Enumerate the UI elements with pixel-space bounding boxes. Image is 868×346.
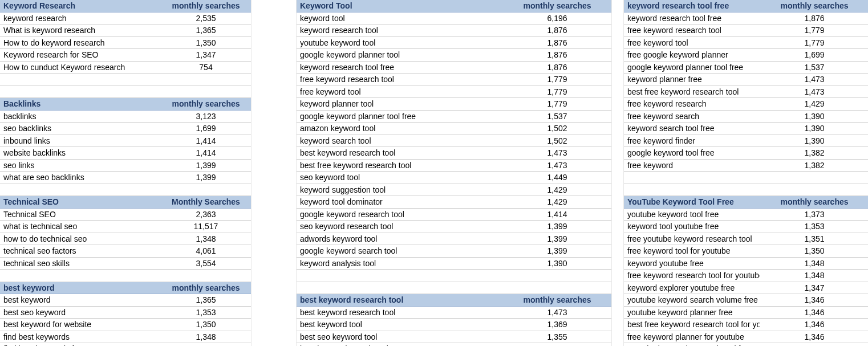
table-row[interactable]: seo links1,399 — [0, 159, 251, 172]
keyword-cell[interactable]: How to cunduct Keyword research — [0, 61, 160, 74]
keyword-cell[interactable]: technical seo factors — [0, 245, 160, 258]
table-row[interactable]: keyword tool youtube free1,353 — [624, 221, 868, 233]
keyword-cell[interactable]: youtube keyword research tool free — [624, 343, 760, 347]
table-row[interactable]: best free keyword research tool for yout… — [624, 319, 868, 331]
table-row[interactable]: youtube keyword tool1,876 — [297, 36, 611, 49]
keyword-cell[interactable]: keyword analysis tool — [297, 257, 502, 270]
table-row[interactable]: google keyword planner tool free1,537 — [624, 61, 868, 74]
searches-cell[interactable]: 1,473 — [760, 74, 868, 86]
searches-cell[interactable]: 1,399 — [160, 172, 251, 184]
searches-cell[interactable]: 1,779 — [502, 98, 611, 111]
keyword-cell[interactable]: free keyword tool for youtube — [624, 245, 760, 258]
searches-cell[interactable]: 1,365 — [160, 25, 251, 37]
searches-cell[interactable]: 1,369 — [502, 319, 611, 331]
keyword-cell[interactable]: google keyword research tool — [297, 208, 502, 221]
keyword-cell[interactable]: best free keyword research tool for yout… — [624, 319, 760, 331]
searches-cell[interactable]: 1,473 — [760, 86, 868, 98]
keyword-cell[interactable]: keyword tool dominator — [297, 196, 502, 209]
searches-cell[interactable]: 1,429 — [760, 98, 868, 111]
searches-cell[interactable]: 1,699 — [160, 123, 251, 135]
searches-cell[interactable]: 1,346 — [760, 294, 868, 307]
table-row[interactable]: keyword research2,535 — [0, 12, 251, 25]
searches-cell[interactable]: 1,390 — [502, 257, 611, 270]
searches-cell[interactable]: 1,399 — [502, 221, 611, 233]
keyword-cell[interactable]: technical seo skills — [0, 257, 160, 270]
keyword-cell[interactable]: keyword research tool free — [297, 61, 502, 74]
searches-cell[interactable]: 1,414 — [160, 147, 251, 160]
keyword-cell[interactable]: what is technical seo — [0, 221, 160, 233]
keyword-cell[interactable]: seo links — [0, 159, 160, 172]
table-row[interactable]: keyword explorer youtube free1,347 — [624, 282, 868, 294]
searches-cell[interactable]: 1,473 — [502, 159, 611, 172]
table-row[interactable]: free keyword tool1,779 — [297, 86, 611, 98]
table-row[interactable]: youtube keyword search volume free1,346 — [624, 294, 868, 307]
keyword-cell[interactable]: best seo keyword — [0, 306, 160, 319]
table-row[interactable]: find best keywords1,348 — [0, 331, 251, 343]
table-row[interactable]: keyword planner free1,473 — [624, 74, 868, 86]
table-row[interactable]: how to do technical seo1,348 — [0, 233, 251, 245]
table-row[interactable]: google keyword search tool1,399 — [297, 245, 611, 258]
table-row[interactable]: best keyword tool1,369 — [297, 319, 611, 331]
keyword-cell[interactable]: How to do keyword research — [0, 36, 160, 49]
searches-cell[interactable]: 1,429 — [502, 184, 611, 196]
table-row[interactable]: technical seo skills3,554 — [0, 257, 251, 270]
table-row[interactable]: youtube keyword research tool free1,345 — [624, 343, 868, 347]
keyword-cell[interactable]: seo keyword research tool — [297, 221, 502, 233]
searches-cell[interactable]: 1,390 — [760, 110, 868, 123]
searches-cell[interactable]: 1,353 — [502, 343, 611, 347]
searches-cell[interactable]: 3,554 — [160, 257, 251, 270]
keyword-cell[interactable]: youtube keyword tool — [297, 36, 502, 49]
keyword-cell[interactable]: free keyword research — [624, 98, 760, 111]
table-row[interactable]: free keyword1,382 — [624, 159, 868, 172]
searches-cell[interactable]: 1,382 — [760, 159, 868, 172]
searches-cell[interactable]: 1,502 — [502, 135, 611, 147]
table-row[interactable]: best keyword for website1,350 — [0, 319, 251, 331]
keyword-cell[interactable]: youtube keyword search volume free — [624, 294, 760, 307]
keyword-cell[interactable]: keyword search tool free — [624, 123, 760, 135]
keyword-cell[interactable]: keyword tool — [297, 12, 502, 25]
keyword-cell[interactable]: free google keyword planner — [624, 49, 760, 62]
keyword-cell[interactable]: free keyword tool — [297, 86, 502, 98]
searches-cell[interactable]: 1,473 — [502, 147, 611, 160]
keyword-cell[interactable]: keyword planner free — [624, 74, 760, 86]
searches-cell[interactable]: 1,390 — [760, 135, 868, 147]
searches-cell[interactable]: 1,502 — [502, 123, 611, 135]
searches-cell[interactable]: 1,399 — [502, 233, 611, 245]
searches-cell[interactable]: 1,537 — [760, 61, 868, 74]
table-row[interactable]: find best keywords for seo1,347 — [0, 343, 251, 347]
searches-cell[interactable]: 1,355 — [502, 331, 611, 343]
searches-cell[interactable]: 1,346 — [760, 319, 868, 331]
keyword-cell[interactable]: keyword research — [0, 12, 160, 25]
keyword-cell[interactable]: best keyword research tool — [297, 147, 502, 160]
searches-cell[interactable]: 1,414 — [160, 135, 251, 147]
searches-cell[interactable]: 1,347 — [160, 49, 251, 62]
searches-cell[interactable]: 4,061 — [160, 245, 251, 258]
searches-cell[interactable]: 1,353 — [160, 306, 251, 319]
table-row[interactable]: free keyword research1,429 — [624, 98, 868, 111]
searches-cell[interactable]: 1,876 — [502, 25, 611, 37]
keyword-cell[interactable]: what are seo backlinks — [0, 172, 160, 184]
table-row[interactable]: keyword search tool1,502 — [297, 135, 611, 147]
searches-cell[interactable]: 1,473 — [502, 306, 611, 319]
table-row[interactable]: keyword planner tool1,779 — [297, 98, 611, 111]
searches-cell[interactable]: 1,779 — [502, 86, 611, 98]
table-row[interactable]: best keyword research tool1,473 — [297, 306, 611, 319]
table-row[interactable]: What is keyword research1,365 — [0, 25, 251, 37]
searches-cell[interactable]: 1,347 — [760, 282, 868, 294]
table-row[interactable]: best free keyword research tool1,473 — [297, 159, 611, 172]
keyword-cell[interactable]: best keyword — [0, 294, 160, 307]
table-row[interactable]: youtube keyword tool free1,373 — [624, 208, 868, 221]
table-row[interactable]: free keyword search1,390 — [624, 110, 868, 123]
searches-cell[interactable]: 1,399 — [160, 159, 251, 172]
searches-cell[interactable]: 1,346 — [760, 331, 868, 343]
keyword-cell[interactable]: how to do technical seo — [0, 233, 160, 245]
table-row[interactable]: Keyword research for SEO1,347 — [0, 49, 251, 62]
keyword-cell[interactable]: keyword tool youtube free — [624, 221, 760, 233]
keyword-cell[interactable]: free keyword finder — [624, 135, 760, 147]
searches-cell[interactable]: 1,345 — [760, 343, 868, 347]
table-row[interactable]: google keyword planner tool free1,537 — [297, 110, 611, 123]
keyword-cell[interactable]: best keyword tool — [297, 319, 502, 331]
searches-cell[interactable]: 1,399 — [502, 245, 611, 258]
table-row[interactable]: free keyword tool for youtube1,350 — [624, 245, 868, 258]
keyword-cell[interactable]: free keyword research tool — [297, 74, 502, 86]
